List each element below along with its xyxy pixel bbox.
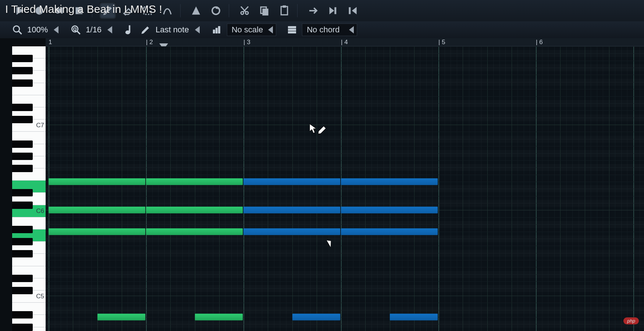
- svg-rect-26: [288, 32, 296, 33]
- midi-note[interactable]: [243, 207, 340, 213]
- black-key[interactable]: [12, 189, 33, 196]
- svg-rect-13: [349, 7, 351, 14]
- bar-label: | 4: [341, 39, 348, 46]
- svg-rect-25: [288, 29, 296, 31]
- midi-note[interactable]: [146, 207, 243, 213]
- goto-next-icon[interactable]: [305, 2, 321, 19]
- svg-rect-21: [213, 30, 215, 33]
- detune-tool-icon[interactable]: [159, 2, 176, 19]
- svg-rect-20: [129, 25, 130, 32]
- svg-line-18: [77, 31, 80, 34]
- scale-value: No scale: [232, 25, 263, 35]
- midi-note[interactable]: [390, 314, 438, 320]
- midi-note[interactable]: [195, 314, 243, 320]
- note-icon: [123, 24, 136, 36]
- midi-note[interactable]: [341, 228, 438, 235]
- svg-rect-9: [263, 9, 268, 15]
- svg-rect-11: [283, 6, 286, 7]
- svg-point-0: [36, 7, 43, 14]
- svg-text:Q: Q: [73, 26, 77, 31]
- svg-point-14: [14, 26, 19, 32]
- black-key[interactable]: [12, 226, 33, 233]
- select-tool-icon[interactable]: [139, 2, 156, 19]
- midi-note[interactable]: [49, 207, 145, 213]
- black-key[interactable]: [12, 153, 33, 160]
- note-length-value[interactable]: Last note: [156, 25, 189, 35]
- black-key[interactable]: [12, 202, 33, 209]
- black-key[interactable]: [12, 140, 33, 148]
- svg-rect-10: [281, 7, 288, 15]
- svg-rect-2: [61, 8, 63, 14]
- erase-tool-icon[interactable]: [119, 2, 136, 19]
- chord-dropdown-icon[interactable]: [349, 26, 354, 33]
- midi-note[interactable]: [49, 228, 145, 235]
- quantize-value[interactable]: 1/16: [86, 25, 102, 35]
- black-key[interactable]: [12, 116, 33, 123]
- skip-start-icon[interactable]: [344, 2, 361, 19]
- midi-note[interactable]: [146, 228, 243, 235]
- scale-dropdown-icon[interactable]: [268, 26, 273, 33]
- bar-label: | 2: [146, 39, 153, 46]
- midi-note[interactable]: [97, 314, 146, 320]
- note-length-dropdown-icon[interactable]: [195, 26, 200, 33]
- black-key[interactable]: [12, 104, 33, 111]
- bar-label: 1: [49, 39, 52, 46]
- midi-note[interactable]: [243, 178, 340, 185]
- zoom-icon[interactable]: [11, 24, 24, 36]
- black-key[interactable]: [12, 324, 33, 331]
- copy-icon[interactable]: [256, 2, 273, 19]
- black-key[interactable]: [12, 287, 33, 294]
- svg-rect-23: [218, 26, 220, 33]
- scale-combo[interactable]: No scale: [227, 24, 277, 36]
- record-step-icon[interactable]: [51, 2, 68, 19]
- midi-note[interactable]: [292, 314, 341, 320]
- skip-end-icon[interactable]: [324, 2, 341, 19]
- flip-x-icon[interactable]: [207, 2, 224, 19]
- note-grid[interactable]: [46, 46, 644, 331]
- svg-rect-3: [76, 7, 82, 14]
- black-key[interactable]: [12, 311, 33, 318]
- quantize-icon[interactable]: Q: [70, 24, 82, 36]
- flip-y-icon[interactable]: [188, 2, 204, 19]
- midi-note[interactable]: [341, 178, 438, 185]
- black-key[interactable]: [12, 55, 33, 62]
- midi-note[interactable]: [243, 228, 340, 235]
- svg-rect-12: [335, 7, 336, 14]
- chord-combo[interactable]: No chord: [302, 24, 357, 36]
- play-icon[interactable]: [11, 2, 28, 19]
- main-toolbar: [0, 0, 644, 21]
- chord-value: No chord: [307, 25, 344, 35]
- midi-note[interactable]: [341, 207, 438, 213]
- piano-keyboard[interactable]: C7C6C5: [12, 46, 46, 331]
- draw-tool-icon[interactable]: [99, 2, 116, 19]
- bar-label: | 6: [536, 39, 543, 46]
- black-key[interactable]: [12, 238, 33, 245]
- record-icon[interactable]: [31, 2, 48, 19]
- control-toolbar: 100% Q 1/16 Last note No scale No chord: [0, 21, 644, 38]
- cut-icon[interactable]: [236, 2, 253, 19]
- pencil-small-icon: [139, 24, 152, 36]
- quantize-dropdown-icon[interactable]: [107, 26, 112, 33]
- timeline-ruler[interactable]: 1| 2| 3| 4| 5| 6: [46, 38, 644, 46]
- black-key[interactable]: [12, 79, 33, 87]
- black-key[interactable]: [12, 275, 33, 282]
- left-gutter: [0, 46, 12, 331]
- svg-line-15: [19, 31, 22, 34]
- svg-rect-24: [288, 26, 296, 28]
- svg-point-1: [55, 8, 61, 14]
- zoom-dropdown-icon[interactable]: [54, 26, 58, 33]
- svg-rect-22: [216, 28, 217, 33]
- midi-note[interactable]: [49, 178, 145, 185]
- stop-icon[interactable]: [71, 2, 88, 19]
- paste-icon[interactable]: [276, 2, 293, 19]
- watermark-text: php: [623, 317, 639, 324]
- zoom-value[interactable]: 100%: [27, 25, 48, 35]
- black-key[interactable]: [12, 67, 33, 74]
- scale-icon: [211, 24, 223, 36]
- black-key[interactable]: [12, 165, 33, 172]
- black-key[interactable]: [12, 250, 33, 257]
- midi-note[interactable]: [146, 178, 243, 185]
- bar-label: | 3: [243, 39, 250, 46]
- watermark: php: [623, 317, 639, 324]
- svg-rect-4: [144, 7, 151, 14]
